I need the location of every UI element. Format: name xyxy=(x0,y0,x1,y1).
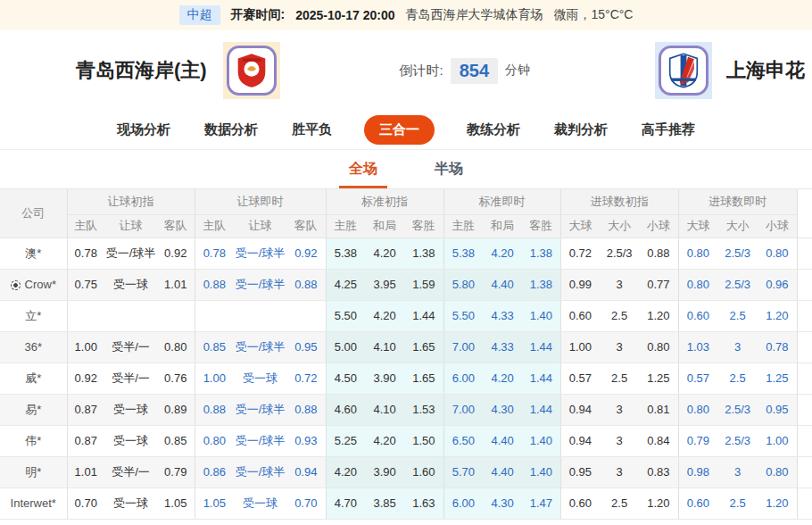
odds-cell[interactable]: 1.40 xyxy=(522,300,560,331)
odds-cell[interactable]: 0.80 xyxy=(758,456,797,488)
tab-data-analysis[interactable]: 数据分析 xyxy=(203,116,260,144)
odds-cell[interactable]: 0.72 xyxy=(286,362,326,394)
odds-cell[interactable]: 0.60 xyxy=(678,300,717,331)
odds-cell[interactable]: 5.80 xyxy=(443,269,483,300)
odds-cell[interactable]: 2.5 xyxy=(717,488,758,519)
odds-cell[interactable]: 4.40 xyxy=(483,425,522,456)
odds-cell[interactable]: 4.33 xyxy=(483,331,522,362)
odds-cell: 2.5 xyxy=(600,300,639,331)
odds-cell[interactable]: 1.25 xyxy=(758,362,797,394)
odds-cell[interactable] xyxy=(234,300,286,331)
odds-cell[interactable]: 1.44 xyxy=(522,362,560,394)
subtab-half-match[interactable]: 半场 xyxy=(428,152,469,188)
odds-cell[interactable]: 1.03 xyxy=(678,331,717,362)
odds-cell[interactable]: 0.96 xyxy=(758,269,797,300)
soccer-ball-icon xyxy=(11,280,21,290)
odds-cell[interactable]: 0.78 xyxy=(758,331,797,362)
odds-cell[interactable]: 4.30 xyxy=(483,394,522,425)
odds-cell[interactable]: 0.95 xyxy=(758,394,797,425)
odds-cell[interactable]: 0.80 xyxy=(758,238,797,269)
odds-cell[interactable]: 3 xyxy=(717,331,758,362)
odds-cell[interactable]: 2.5/3 xyxy=(717,269,758,300)
odds-cell[interactable] xyxy=(286,300,326,331)
odds-cell[interactable]: 1.40 xyxy=(522,456,560,488)
odds-cell[interactable]: 1.00 xyxy=(195,362,234,394)
odds-cell[interactable]: 5.50 xyxy=(443,300,483,331)
odds-cell[interactable]: 5.70 xyxy=(443,456,483,488)
odds-cell: 2.5 xyxy=(600,488,639,519)
odds-cell[interactable]: 0.60 xyxy=(678,488,717,519)
odds-cell[interactable]: 受一/球半 xyxy=(234,238,286,269)
odds-cell[interactable]: 7.00 xyxy=(443,394,483,425)
odds-cell[interactable]: 受一/球半 xyxy=(234,394,286,425)
odds-cell[interactable]: 0.85 xyxy=(195,331,234,362)
odds-cell[interactable]: 1.38 xyxy=(522,269,560,300)
odds-cell[interactable]: 4.40 xyxy=(483,456,522,488)
odds-cell[interactable]: 7.00 xyxy=(443,331,483,362)
odds-cell[interactable]: 3 xyxy=(717,456,758,488)
odds-cell[interactable]: 1.44 xyxy=(522,394,560,425)
odds-cell[interactable]: 0.92 xyxy=(286,238,326,269)
odds-cell[interactable]: 0.88 xyxy=(195,269,234,300)
odds-cell[interactable]: 6.50 xyxy=(443,425,483,456)
odds-cell[interactable]: 4.33 xyxy=(483,300,522,331)
league-badge[interactable]: 中超 xyxy=(179,5,220,25)
odds-cell[interactable]: 4.40 xyxy=(483,269,522,300)
odds-cell[interactable]: 1.40 xyxy=(522,425,560,456)
odds-cell[interactable]: 0.88 xyxy=(195,394,234,425)
odds-cell[interactable]: 2.5/3 xyxy=(717,394,758,425)
odds-cell[interactable]: 1.47 xyxy=(522,488,560,519)
odds-cell[interactable]: 6.00 xyxy=(443,488,483,519)
tab-expert-picks[interactable]: 高手推荐 xyxy=(640,116,697,144)
odds-cell[interactable]: 0.88 xyxy=(286,269,326,300)
tab-win-draw-loss[interactable]: 胜平负 xyxy=(290,116,334,144)
odds-cell[interactable]: 受一/球半 xyxy=(234,331,286,362)
odds-cell[interactable]: 受一/球半 xyxy=(234,456,286,488)
odds-cell: 受一球 xyxy=(104,394,157,425)
odds-cell[interactable]: 0.80 xyxy=(195,425,234,456)
odds-cell[interactable]: 0.80 xyxy=(678,269,717,300)
odds-cell[interactable]: 5.38 xyxy=(443,238,483,269)
odds-cell[interactable]: 2.5/3 xyxy=(717,238,758,269)
odds-cell[interactable]: 0.95 xyxy=(286,331,326,362)
odds-cell[interactable]: 0.93 xyxy=(286,425,326,456)
odds-cell[interactable]: 1.20 xyxy=(758,300,797,331)
odds-cell[interactable]: 0.98 xyxy=(678,456,717,488)
odds-cell[interactable]: 1.00 xyxy=(758,425,797,456)
odds-cell[interactable]: 1.44 xyxy=(522,331,560,362)
tab-coach-analysis[interactable]: 教练分析 xyxy=(465,116,522,144)
odds-cell[interactable]: 0.94 xyxy=(286,456,326,488)
odds-cell[interactable]: 0.79 xyxy=(678,425,717,456)
odds-cell[interactable]: 4.20 xyxy=(483,362,522,394)
odds-cell[interactable]: 4.20 xyxy=(483,238,522,269)
odds-cell[interactable]: 2.5/3 xyxy=(717,425,758,456)
cutoff-cell xyxy=(797,362,812,394)
odds-cell[interactable]: 0.86 xyxy=(195,456,234,488)
odds-cell[interactable]: 受一/球半 xyxy=(234,425,286,456)
odds-cell[interactable]: 0.88 xyxy=(286,394,326,425)
odds-cell[interactable]: 4.30 xyxy=(483,488,522,519)
odds-cell[interactable]: 受一/球半 xyxy=(234,269,286,300)
odds-cell[interactable]: 2.5 xyxy=(717,300,758,331)
odds-cell[interactable]: 6.00 xyxy=(443,362,483,394)
venue-text: 青岛西海岸大学城体育场 xyxy=(405,7,543,23)
odds-cell[interactable]: 受一球 xyxy=(234,362,286,394)
odds-cell[interactable]: 受一球 xyxy=(234,488,286,519)
odds-cell[interactable]: 2.5 xyxy=(717,362,758,394)
odds-cell[interactable] xyxy=(195,300,234,331)
odds-cell: 3.90 xyxy=(365,456,404,488)
odds-cell[interactable]: 0.57 xyxy=(678,362,717,394)
tab-referee-analysis[interactable]: 裁判分析 xyxy=(552,116,609,144)
odds-row: 36*1.00受半/一0.800.85受一/球半0.955.004.101.65… xyxy=(0,331,812,362)
col-header: 大小 xyxy=(600,214,639,238)
subtab-full-match[interactable]: 全场 xyxy=(343,152,384,188)
odds-cell[interactable]: 0.78 xyxy=(195,238,234,269)
odds-cell[interactable]: 1.20 xyxy=(758,488,797,519)
tab-three-in-one[interactable]: 三合一 xyxy=(364,115,435,145)
odds-cell[interactable]: 0.70 xyxy=(286,488,326,519)
tab-live-analysis[interactable]: 现场分析 xyxy=(115,116,172,144)
odds-cell[interactable]: 0.80 xyxy=(678,238,717,269)
odds-cell[interactable]: 0.80 xyxy=(678,394,717,425)
odds-cell[interactable]: 1.38 xyxy=(522,238,560,269)
odds-cell[interactable]: 1.05 xyxy=(195,488,234,519)
